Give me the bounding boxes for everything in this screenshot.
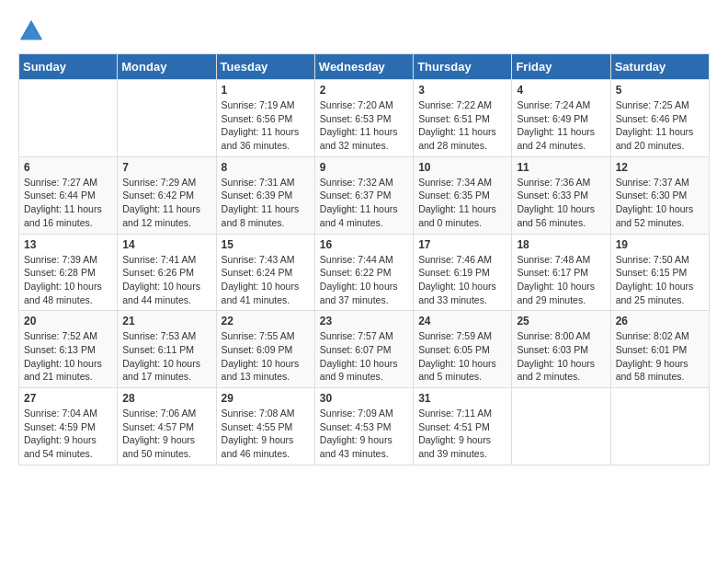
day-number: 2 xyxy=(320,84,408,97)
calendar-cell: 2Sunrise: 7:20 AM Sunset: 6:53 PM Daylig… xyxy=(314,80,413,157)
day-info: Sunrise: 7:39 AM Sunset: 6:28 PM Dayligh… xyxy=(24,253,112,307)
day-number: 15 xyxy=(222,238,310,251)
day-number: 14 xyxy=(122,238,210,251)
calendar-cell xyxy=(19,80,118,157)
day-number: 8 xyxy=(222,161,310,174)
day-number: 24 xyxy=(418,315,506,327)
calendar-cell: 4Sunrise: 7:24 AM Sunset: 6:49 PM Daylig… xyxy=(512,80,610,157)
day-number: 29 xyxy=(222,392,310,405)
day-number: 28 xyxy=(122,392,210,405)
day-info: Sunrise: 7:43 AM Sunset: 6:24 PM Dayligh… xyxy=(222,253,310,307)
day-info: Sunrise: 7:32 AM Sunset: 6:37 PM Dayligh… xyxy=(320,176,408,230)
calendar-cell: 19Sunrise: 7:50 AM Sunset: 6:15 PM Dayli… xyxy=(610,234,709,311)
day-info: Sunrise: 7:41 AM Sunset: 6:26 PM Dayligh… xyxy=(122,253,210,307)
day-number: 6 xyxy=(24,161,112,174)
day-info: Sunrise: 7:27 AM Sunset: 6:44 PM Dayligh… xyxy=(24,176,112,230)
calendar-cell: 3Sunrise: 7:22 AM Sunset: 6:51 PM Daylig… xyxy=(414,80,512,157)
day-number: 1 xyxy=(222,84,310,97)
day-info: Sunrise: 7:46 AM Sunset: 6:19 PM Dayligh… xyxy=(418,253,506,307)
page-header xyxy=(18,18,710,44)
day-info: Sunrise: 7:19 AM Sunset: 6:56 PM Dayligh… xyxy=(222,98,310,153)
calendar-cell: 29Sunrise: 7:08 AM Sunset: 4:55 PM Dayli… xyxy=(216,388,314,465)
calendar-cell: 22Sunrise: 7:55 AM Sunset: 6:09 PM Dayli… xyxy=(216,311,314,388)
day-number: 4 xyxy=(517,84,605,97)
col-header-sunday: Sunday xyxy=(19,54,118,80)
logo xyxy=(18,18,48,44)
calendar-cell xyxy=(610,388,709,465)
day-info: Sunrise: 7:59 AM Sunset: 6:05 PM Dayligh… xyxy=(418,329,506,384)
calendar-cell: 16Sunrise: 7:44 AM Sunset: 6:22 PM Dayli… xyxy=(314,234,413,311)
day-number: 16 xyxy=(320,238,408,251)
day-info: Sunrise: 7:20 AM Sunset: 6:53 PM Dayligh… xyxy=(320,98,408,153)
day-info: Sunrise: 7:06 AM Sunset: 4:57 PM Dayligh… xyxy=(122,407,210,461)
calendar-cell: 21Sunrise: 7:53 AM Sunset: 6:11 PM Dayli… xyxy=(118,311,216,388)
day-number: 31 xyxy=(418,392,506,405)
calendar-cell: 15Sunrise: 7:43 AM Sunset: 6:24 PM Dayli… xyxy=(216,234,314,311)
day-number: 11 xyxy=(517,161,605,174)
calendar-cell: 30Sunrise: 7:09 AM Sunset: 4:53 PM Dayli… xyxy=(314,388,413,465)
day-info: Sunrise: 7:50 AM Sunset: 6:15 PM Dayligh… xyxy=(616,253,704,307)
col-header-wednesday: Wednesday xyxy=(314,54,413,80)
calendar-table: SundayMondayTuesdayWednesdayThursdayFrid… xyxy=(18,53,710,465)
day-number: 18 xyxy=(517,238,605,251)
calendar-cell: 8Sunrise: 7:31 AM Sunset: 6:39 PM Daylig… xyxy=(216,156,314,234)
calendar-cell: 5Sunrise: 7:25 AM Sunset: 6:46 PM Daylig… xyxy=(610,80,709,157)
calendar-cell: 14Sunrise: 7:41 AM Sunset: 6:26 PM Dayli… xyxy=(118,234,216,311)
day-number: 3 xyxy=(418,84,506,97)
day-number: 23 xyxy=(320,315,408,327)
calendar-cell: 27Sunrise: 7:04 AM Sunset: 4:59 PM Dayli… xyxy=(19,388,118,465)
calendar-cell: 9Sunrise: 7:32 AM Sunset: 6:37 PM Daylig… xyxy=(314,156,413,234)
calendar-cell: 23Sunrise: 7:57 AM Sunset: 6:07 PM Dayli… xyxy=(314,311,413,388)
day-number: 9 xyxy=(320,161,408,174)
col-header-tuesday: Tuesday xyxy=(216,54,314,80)
calendar-cell: 1Sunrise: 7:19 AM Sunset: 6:56 PM Daylig… xyxy=(216,80,314,157)
day-info: Sunrise: 7:04 AM Sunset: 4:59 PM Dayligh… xyxy=(24,407,112,461)
logo-icon xyxy=(18,18,44,44)
day-number: 25 xyxy=(517,315,605,327)
day-info: Sunrise: 7:24 AM Sunset: 6:49 PM Dayligh… xyxy=(517,98,605,153)
calendar-cell: 12Sunrise: 7:37 AM Sunset: 6:30 PM Dayli… xyxy=(610,156,709,234)
day-number: 27 xyxy=(24,392,112,405)
calendar-cell: 10Sunrise: 7:34 AM Sunset: 6:35 PM Dayli… xyxy=(414,156,512,234)
day-info: Sunrise: 7:53 AM Sunset: 6:11 PM Dayligh… xyxy=(122,329,210,384)
day-number: 13 xyxy=(24,238,112,251)
day-info: Sunrise: 7:09 AM Sunset: 4:53 PM Dayligh… xyxy=(320,407,408,461)
calendar-cell: 18Sunrise: 7:48 AM Sunset: 6:17 PM Dayli… xyxy=(512,234,610,311)
day-number: 5 xyxy=(616,84,704,97)
day-info: Sunrise: 8:00 AM Sunset: 6:03 PM Dayligh… xyxy=(517,329,605,384)
calendar-cell: 25Sunrise: 8:00 AM Sunset: 6:03 PM Dayli… xyxy=(512,311,610,388)
day-info: Sunrise: 7:36 AM Sunset: 6:33 PM Dayligh… xyxy=(517,176,605,230)
day-number: 17 xyxy=(418,238,506,251)
day-info: Sunrise: 7:57 AM Sunset: 6:07 PM Dayligh… xyxy=(320,329,408,384)
calendar-cell: 6Sunrise: 7:27 AM Sunset: 6:44 PM Daylig… xyxy=(19,156,118,234)
day-number: 20 xyxy=(24,315,112,327)
day-info: Sunrise: 7:29 AM Sunset: 6:42 PM Dayligh… xyxy=(122,176,210,230)
day-number: 12 xyxy=(616,161,704,174)
day-number: 19 xyxy=(616,238,704,251)
calendar-cell: 24Sunrise: 7:59 AM Sunset: 6:05 PM Dayli… xyxy=(414,311,512,388)
day-info: Sunrise: 7:11 AM Sunset: 4:51 PM Dayligh… xyxy=(418,407,506,461)
calendar-cell: 7Sunrise: 7:29 AM Sunset: 6:42 PM Daylig… xyxy=(118,156,216,234)
day-info: Sunrise: 7:37 AM Sunset: 6:30 PM Dayligh… xyxy=(616,176,704,230)
day-info: Sunrise: 7:31 AM Sunset: 6:39 PM Dayligh… xyxy=(222,176,310,230)
calendar-cell: 26Sunrise: 8:02 AM Sunset: 6:01 PM Dayli… xyxy=(610,311,709,388)
calendar-cell: 28Sunrise: 7:06 AM Sunset: 4:57 PM Dayli… xyxy=(118,388,216,465)
calendar-cell xyxy=(118,80,216,157)
calendar-cell: 11Sunrise: 7:36 AM Sunset: 6:33 PM Dayli… xyxy=(512,156,610,234)
day-number: 26 xyxy=(616,315,704,327)
calendar-cell xyxy=(512,388,610,465)
calendar-cell: 20Sunrise: 7:52 AM Sunset: 6:13 PM Dayli… xyxy=(19,311,118,388)
day-number: 21 xyxy=(122,315,210,327)
day-number: 7 xyxy=(122,161,210,174)
day-number: 30 xyxy=(320,392,408,405)
day-number: 22 xyxy=(222,315,310,327)
day-info: Sunrise: 7:22 AM Sunset: 6:51 PM Dayligh… xyxy=(418,98,506,153)
day-info: Sunrise: 7:34 AM Sunset: 6:35 PM Dayligh… xyxy=(418,176,506,230)
day-info: Sunrise: 7:08 AM Sunset: 4:55 PM Dayligh… xyxy=(222,407,310,461)
calendar-cell: 13Sunrise: 7:39 AM Sunset: 6:28 PM Dayli… xyxy=(19,234,118,311)
day-info: Sunrise: 7:25 AM Sunset: 6:46 PM Dayligh… xyxy=(616,98,704,153)
day-info: Sunrise: 7:48 AM Sunset: 6:17 PM Dayligh… xyxy=(517,253,605,307)
col-header-thursday: Thursday xyxy=(414,54,512,80)
day-info: Sunrise: 8:02 AM Sunset: 6:01 PM Dayligh… xyxy=(616,329,704,384)
col-header-friday: Friday xyxy=(512,54,610,80)
